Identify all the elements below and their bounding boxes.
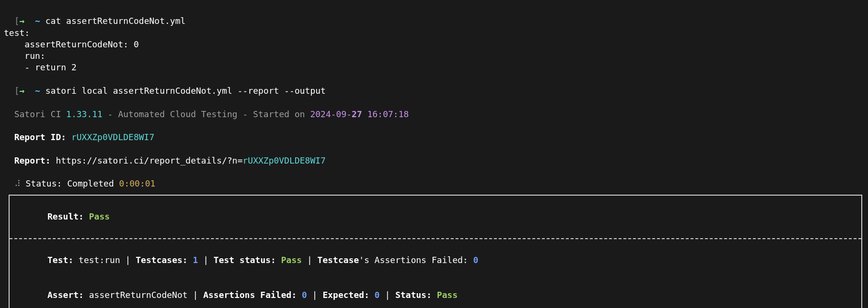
tcaf-label: Testcase: [318, 255, 359, 265]
assert-label: Assert:: [47, 290, 84, 300]
result-box: Result: Pass Test: test:run | Testcases:…: [9, 195, 862, 308]
af-label: Assertions Failed:: [203, 290, 297, 300]
command-2: satori local assertReturnCodeNot.yml --r…: [46, 86, 326, 96]
status-line: ⠼ Status: Completed 0:00:01: [4, 166, 864, 190]
arrow-icon-2: →: [20, 86, 25, 96]
tcaf-rest: 's Assertions Failed:: [359, 255, 468, 265]
report-id-line: Report ID: rUXXZp0VDLDE8WI7: [4, 120, 864, 143]
banner-middle: - Automated Cloud Testing - Started on: [103, 109, 310, 119]
status-label-2: Status:: [395, 290, 432, 300]
yaml-line-1: test:: [4, 27, 864, 39]
banner-version: 1.33.11: [66, 109, 103, 119]
report-url-prefix: https://satori.ci/report_details/?n=: [51, 155, 243, 165]
prompt-line-1: [→ ~ cat assertReturnCodeNot.yml: [4, 4, 864, 27]
banner-prefix: Satori CI: [14, 109, 66, 119]
tilde-icon-2: ~: [35, 86, 40, 96]
assert-value: assertReturnCodeNot: [84, 290, 188, 300]
bracket-open: [: [14, 16, 20, 26]
result-box-bottom: Test: test:run | Testcases: 1 | Test sta…: [10, 239, 861, 308]
report-url-id: rUXXZp0VDLDE8WI7: [243, 155, 326, 165]
arrow-icon: →: [20, 16, 25, 26]
result-value: Pass: [89, 211, 110, 221]
yaml-line-3: run:: [4, 50, 864, 62]
expected-value: 0: [369, 290, 380, 300]
teststatus-value: Pass: [276, 255, 302, 265]
bracket-open-2: [: [14, 86, 20, 96]
expected-label: Expected:: [322, 290, 369, 300]
banner-line: Satori CI 1.33.11 - Automated Cloud Test…: [4, 97, 864, 120]
yaml-line-2: assertReturnCodeNot: 0: [4, 39, 864, 50]
banner-date-prefix: 2024-09-: [310, 109, 352, 119]
prompt-line-2: [→ ~ satori local assertReturnCodeNot.ym…: [4, 74, 864, 97]
banner-time: 16:07:18: [362, 109, 409, 119]
yaml-line-4: - return 2: [4, 62, 864, 73]
teststatus-label: Test status:: [214, 255, 276, 265]
tcaf-value: 0: [468, 255, 479, 265]
status-time: 0:00:01: [119, 178, 156, 188]
banner-date-day: 27: [352, 109, 362, 119]
result-box-top: Result: Pass: [10, 196, 861, 238]
tilde-icon: ~: [35, 16, 40, 26]
result-label: Result:: [47, 211, 89, 221]
command-1: cat assertReturnCodeNot.yml: [46, 16, 186, 26]
testcases-value: 1: [188, 255, 198, 265]
test-label: Test:: [47, 255, 73, 265]
report-id-value: rUXXZp0VDLDE8WI7: [71, 132, 154, 142]
report-url-label: Report:: [14, 155, 51, 165]
status-value: Pass: [432, 290, 457, 300]
status-label: Status: Completed: [21, 178, 119, 188]
spinner-icon: ⠼: [14, 178, 21, 188]
test-value: test:run: [73, 255, 120, 265]
report-url-line: Report: https://satori.ci/report_details…: [4, 143, 864, 167]
testcases-label: Testcases:: [136, 255, 187, 265]
report-id-label: Report ID:: [14, 132, 71, 142]
af-value: 0: [297, 290, 307, 300]
